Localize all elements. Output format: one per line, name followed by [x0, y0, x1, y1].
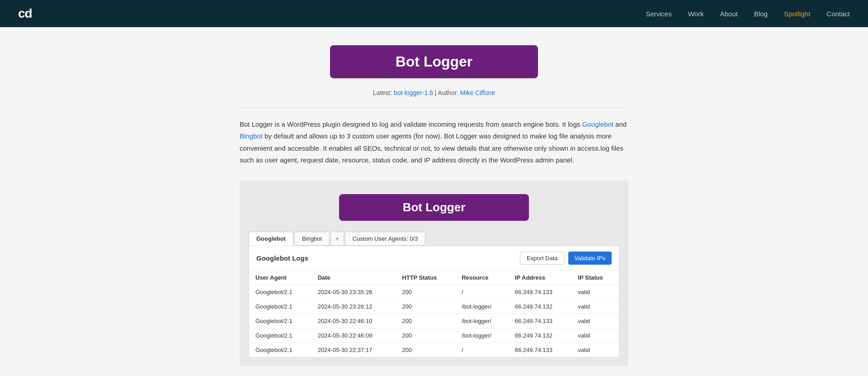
table-head: User AgentDateHTTP StatusResourceIP Addr…	[249, 271, 619, 285]
googlebot-link[interactable]: Googlebot	[582, 120, 613, 128]
export-data-button[interactable]: Export Data	[520, 252, 565, 265]
table-row: Googlebot/2.12024-05-30 22:37:17200/66.2…	[249, 343, 619, 357]
table-cell: /	[455, 285, 509, 300]
log-actions: Export Data Validate IPs	[520, 252, 612, 265]
table-cell: Googlebot/2.1	[249, 285, 311, 300]
table-cell: 200	[396, 285, 455, 300]
ip-status-cell: valid	[571, 343, 619, 357]
main-nav: ServicesWorkAboutBlogSpotlightContact	[646, 10, 850, 18]
log-table: User AgentDateHTTP StatusResourceIP Addr…	[249, 271, 619, 357]
table-cell: 200	[396, 328, 455, 343]
col-header-ip-status: IP Status	[571, 271, 619, 285]
table-row: Googlebot/2.12024-05-30 23:35:26200/66.2…	[249, 285, 619, 300]
logo: cd	[18, 6, 32, 21]
divider	[240, 107, 628, 108]
ip-status-cell: valid	[571, 328, 619, 343]
table-cell: /bot-logger/	[455, 328, 509, 343]
table-cell: 66.249.74.132	[509, 300, 571, 314]
table-cell: Googlebot/2.1	[249, 314, 311, 328]
preview-badge: Bot Logger	[339, 194, 529, 221]
table-cell: 66.249.74.133	[509, 285, 571, 300]
main-content: Bot Logger Latest: bot-logger-1.6 | Auth…	[231, 27, 637, 376]
table-cell: 2024-05-30 23:26:12	[311, 300, 396, 314]
author-link[interactable]: Mike Ciffone	[460, 89, 495, 96]
table-body: Googlebot/2.12024-05-30 23:35:26200/66.2…	[249, 285, 619, 357]
hero-badge: Bot Logger	[330, 45, 538, 78]
table-row: Googlebot/2.12024-05-30 22:46:09200/bot-…	[249, 328, 619, 343]
col-header-date: Date	[311, 271, 396, 285]
latest-link[interactable]: bot-logger-1.6	[394, 89, 433, 96]
header: cd ServicesWorkAboutBlogSpotlightContact	[0, 0, 868, 27]
table-cell: 2024-05-30 22:37:17	[311, 343, 396, 357]
nav-link-spotlight[interactable]: Spotlight	[784, 10, 810, 18]
table-cell: Googlebot/2.1	[249, 300, 311, 314]
table-cell: 2024-05-30 22:46:09	[311, 328, 396, 343]
tabs-bar: Googlebot Bingbot + Custom User Agents: …	[249, 232, 619, 246]
log-title: Googlebot Logs	[256, 254, 308, 262]
col-header-ip-address: IP Address	[509, 271, 571, 285]
description: Bot Logger is a WordPress plugin designe…	[240, 119, 628, 166]
table-cell: 2024-05-30 23:35:26	[311, 285, 396, 300]
table-row: Googlebot/2.12024-05-30 23:26:12200/bot-…	[249, 300, 619, 314]
col-header-resource: Resource	[455, 271, 509, 285]
bingbot-link[interactable]: Bingbot	[240, 132, 263, 140]
ip-status-cell: valid	[571, 314, 619, 328]
table-cell: 66.249.74.133	[509, 314, 571, 328]
tab-googlebot[interactable]: Googlebot	[249, 232, 293, 246]
table-cell: /	[455, 343, 509, 357]
nav-link-contact[interactable]: Contact	[826, 10, 850, 18]
table-cell: 200	[396, 300, 455, 314]
table-cell: 66.249.74.132	[509, 328, 571, 343]
ip-status-cell: valid	[571, 300, 619, 314]
table-cell: Googlebot/2.1	[249, 328, 311, 343]
tab-bingbot[interactable]: Bingbot	[294, 232, 330, 246]
log-header: Googlebot Logs Export Data Validate IPs	[249, 246, 619, 271]
table-cell: /bot-logger/	[455, 300, 509, 314]
nav-link-blog[interactable]: Blog	[754, 10, 768, 18]
log-panel: Googlebot Logs Export Data Validate IPs …	[249, 246, 619, 357]
tab-custom-agents[interactable]: Custom User Agents: 0/3	[345, 232, 426, 246]
col-header-http-status: HTTP Status	[396, 271, 455, 285]
table-cell: 66.249.74.133	[509, 343, 571, 357]
col-header-user-agent: User Agent	[249, 271, 311, 285]
table-cell: Googlebot/2.1	[249, 343, 311, 357]
validate-ips-button[interactable]: Validate IPs	[568, 252, 612, 265]
table-row: Googlebot/2.12024-05-30 22:46:10200/bot-…	[249, 314, 619, 328]
table-header-row: User AgentDateHTTP StatusResourceIP Addr…	[249, 271, 619, 285]
nav-link-about[interactable]: About	[720, 10, 738, 18]
tab-add[interactable]: +	[330, 232, 344, 246]
nav-link-work[interactable]: Work	[688, 10, 704, 18]
ip-status-cell: valid	[571, 285, 619, 300]
table-cell: 2024-05-30 22:46:10	[311, 314, 396, 328]
meta-line: Latest: bot-logger-1.6 | Author: Mike Ci…	[240, 89, 628, 96]
preview-box: Bot Logger Googlebot Bingbot + Custom Us…	[240, 181, 628, 366]
table-cell: /bot-logger/	[455, 314, 509, 328]
table-cell: 200	[396, 314, 455, 328]
nav-link-services[interactable]: Services	[646, 10, 672, 18]
table-cell: 200	[396, 343, 455, 357]
